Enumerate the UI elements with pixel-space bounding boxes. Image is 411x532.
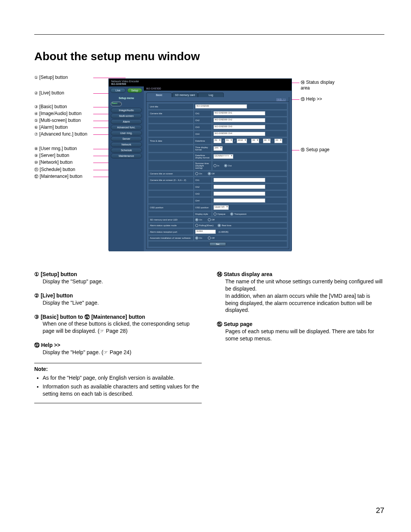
tab-sd-memory-card[interactable]: SD memory card xyxy=(172,93,198,97)
sidebar-item-basic[interactable]: Basic xyxy=(111,102,122,106)
content-area: WJ-GXE500 BasicSD memory cardLog Help >>… xyxy=(144,86,292,251)
live-button[interactable]: Live xyxy=(110,88,126,93)
sidebar-item-multi-screen[interactable]: Multi-screen xyxy=(111,113,142,118)
callout-left-7: ⑦ [Advanced func.] button xyxy=(34,131,87,137)
app-window: Network Video Encoder WJ-GXE500 Live Set… xyxy=(108,78,292,251)
sidebar-item-alarm[interactable]: Alarm xyxy=(111,119,142,124)
callout-right-3: ⑮ Setup page xyxy=(301,147,330,153)
camera-title-4[interactable]: WJ-GXE500 Ch4 xyxy=(213,132,265,136)
set-button[interactable]: Set xyxy=(209,242,226,246)
sidebar-item-schedule[interactable]: Schedule xyxy=(111,148,142,153)
alarm-port-input[interactable]: 31004 xyxy=(195,230,216,234)
camera-title-3[interactable]: WJ-GXE500 Ch3 xyxy=(213,125,265,129)
callout-left-2: ② [Live] button xyxy=(34,90,64,96)
desc-item: ⑬ Help >>Display the "Help" page. (☞ Pag… xyxy=(34,342,202,356)
sidebar: Live Setup Setup menu BasicImage/AudioMu… xyxy=(109,86,144,251)
callout-left-4: ④ [Image/Audio] button xyxy=(34,111,81,116)
top-rule xyxy=(34,34,384,35)
status-display: WJ-GXE500 xyxy=(144,86,292,91)
descriptions: ① [Setup] buttonDisplay the "Setup" page… xyxy=(34,271,384,403)
sidebar-item-network[interactable]: Network xyxy=(111,142,142,147)
setup-button[interactable]: Setup xyxy=(127,88,142,93)
callout-left-8: ⑧ [User mng.] button xyxy=(34,146,77,151)
page-number: 27 xyxy=(376,506,384,515)
title-bar: Network Video Encoder WJ-GXE500 xyxy=(109,79,292,86)
tab-basic[interactable]: Basic xyxy=(146,93,172,97)
note-block: Note:As for the "Help" page, only Englis… xyxy=(34,363,202,403)
tab-log[interactable]: Log xyxy=(198,93,224,97)
callout-left-1: ① [Setup] button xyxy=(34,75,68,80)
sidebar-item-advanced-func-[interactable]: Advanced func. xyxy=(111,125,142,130)
camera-title-2[interactable]: WJ-GXE500 Ch2 xyxy=(213,118,265,122)
callout-left-3: ③ [Basic] button xyxy=(34,104,67,109)
desc-item: ③ [Basic] button to ⑫ [Maintenance] butt… xyxy=(34,313,202,335)
desc-item: ⑮ Setup pagePages of each setup menu wil… xyxy=(217,321,384,342)
desc-item: ② [Live] buttonDisplay the "Live" page. xyxy=(34,292,202,307)
callout-right-2: ⑬ Help >> xyxy=(301,96,322,102)
callout-left-6: ⑥ [Alarm] button xyxy=(34,125,68,130)
unit-title-input[interactable]: WJ-GXE500 xyxy=(195,104,247,109)
cam-screen-4[interactable] xyxy=(213,198,265,203)
sidebar-item-server[interactable]: Server xyxy=(111,136,142,141)
sidebar-item-maintenance[interactable]: Maintenance xyxy=(111,153,142,158)
cam-screen-1[interactable] xyxy=(213,178,265,182)
desc-item: ① [Setup] buttonDisplay the "Setup" page… xyxy=(34,271,202,285)
callout-left-9: ⑨ [Server] button xyxy=(34,153,69,158)
annotated-diagram: ① [Setup] button② [Live] button③ [Basic]… xyxy=(34,73,377,256)
model-name: WJ-GXE500 xyxy=(111,83,126,85)
callout-left-12: ⑫ [Maintenance] button xyxy=(34,174,82,179)
product-header: Network Video Encoder xyxy=(111,80,139,83)
callout-left-11: ⑪ [Schedule] button xyxy=(34,167,75,173)
cam-screen-3[interactable] xyxy=(213,192,265,196)
sidebar-item-image-audio[interactable]: Image/Audio xyxy=(111,108,142,113)
camera-title-1[interactable]: WJ-GXE500 Ch1 xyxy=(213,111,265,115)
tabs: BasicSD memory cardLog xyxy=(146,93,289,97)
sidebar-item-user-mng-[interactable]: User mng. xyxy=(111,131,142,136)
page-title: About the setup menu window xyxy=(34,50,384,63)
help-link-row: Help >> xyxy=(146,97,289,102)
menu-header: Setup menu xyxy=(109,94,144,101)
callout-right-1: ⑭ Status displayarea xyxy=(301,80,335,91)
callout-left-10: ⑩ [Network] button xyxy=(34,160,73,165)
desc-item: ⑭ Status display areaThe name of the uni… xyxy=(217,271,384,314)
cam-screen-2[interactable] xyxy=(213,185,265,189)
callout-left-5: ⑤ [Multi-screen] button xyxy=(34,118,81,123)
help-link[interactable]: Help >> xyxy=(276,98,286,101)
setup-form: Unit titleWJ-GXE500Camera titleCh1WJ-GXE… xyxy=(146,102,289,249)
